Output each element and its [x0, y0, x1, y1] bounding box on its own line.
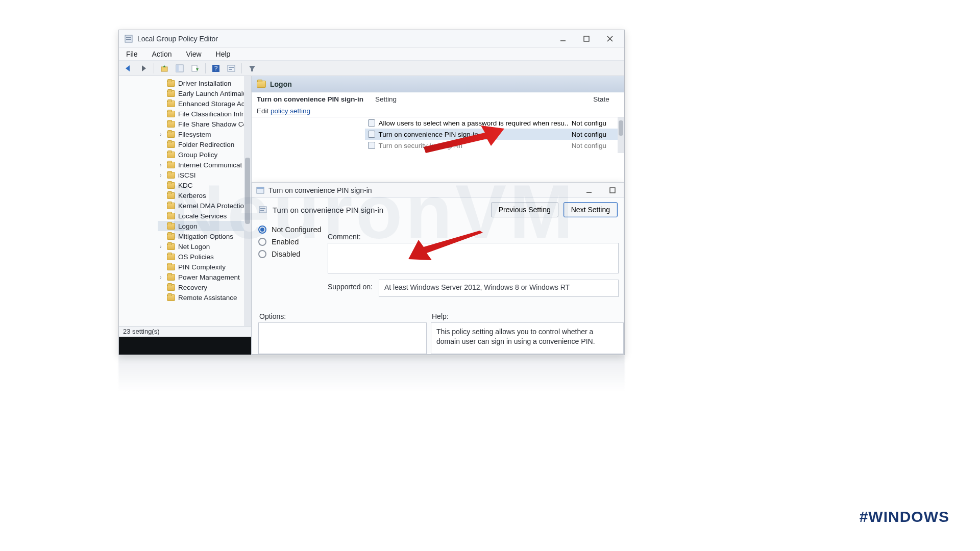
tree-item[interactable]: KDC: [158, 180, 251, 190]
tree-expander-icon[interactable]: ›: [158, 132, 164, 137]
tree-expander-icon[interactable]: ›: [158, 244, 164, 249]
folder-icon: [167, 264, 175, 270]
tree-item[interactable]: Early Launch Antimalw: [158, 88, 251, 98]
column-setting-header[interactable]: Setting: [370, 92, 578, 117]
tree-item[interactable]: Recovery: [158, 282, 251, 292]
show-hide-tree-icon[interactable]: [174, 62, 186, 74]
previous-setting-button[interactable]: Previous Setting: [491, 202, 558, 217]
maximize-button[interactable]: [579, 34, 594, 44]
toolbar-separator-3: [241, 63, 242, 73]
tree-item[interactable]: Enhanced Storage Ac: [158, 98, 251, 109]
gpedit-icon: [124, 34, 133, 43]
properties-icon[interactable]: [225, 62, 237, 74]
help-panel: This policy setting allows you to contro…: [431, 322, 624, 354]
settings-list[interactable]: Allow users to select when a password is…: [365, 117, 617, 153]
svg-rect-24: [610, 188, 615, 193]
tree-item[interactable]: ›Power Management: [158, 272, 251, 282]
nav-forward-icon[interactable]: [137, 62, 150, 74]
nav-back-icon[interactable]: [122, 62, 134, 74]
edit-prefix: Edit: [257, 107, 271, 115]
tree-item[interactable]: ›iSCSI: [158, 170, 251, 180]
menu-help[interactable]: Help: [214, 49, 233, 59]
tree-item-label: Logon: [178, 222, 198, 230]
menu-file[interactable]: File: [124, 49, 140, 59]
folder-icon: [167, 121, 175, 128]
tree-item[interactable]: Logon: [158, 221, 251, 231]
tree-item[interactable]: Locale Services: [158, 211, 251, 221]
tree-item[interactable]: ›Filesystem: [158, 129, 251, 139]
help-icon[interactable]: ?: [210, 62, 222, 74]
tree-item-label: Kernel DMA Protectio: [178, 202, 244, 210]
menu-action[interactable]: Action: [150, 49, 174, 59]
dialog-minimize-button[interactable]: [582, 185, 596, 195]
folder-icon: [167, 141, 175, 148]
tree-item[interactable]: Remote Assistance: [158, 292, 251, 303]
tree-item-label: Kerberos: [178, 192, 206, 199]
dialog-nav-buttons: Previous Setting Next Setting: [491, 202, 618, 217]
gp-editor-window: Local Group Policy Editor File Action Vi…: [118, 30, 625, 355]
export-list-icon[interactable]: [189, 62, 201, 74]
tree-item[interactable]: OS Policies: [158, 252, 251, 262]
tree-item-label: Power Management: [178, 273, 240, 281]
filter-icon[interactable]: [246, 62, 258, 74]
task-panel: Turn on convenience PIN sign-in Edit pol…: [252, 92, 370, 117]
task-title: Turn on convenience PIN sign-in: [257, 95, 365, 103]
tree-item[interactable]: Folder Redirection: [158, 139, 251, 149]
window-controls: [556, 34, 621, 44]
tree-item[interactable]: Group Policy: [158, 149, 251, 160]
tree-expander-icon[interactable]: ›: [158, 172, 164, 178]
tree-item[interactable]: File Classification Infr: [158, 109, 251, 119]
up-folder-icon[interactable]: [158, 62, 170, 74]
toolbar: ?: [119, 61, 624, 76]
column-state-header[interactable]: State: [578, 92, 624, 117]
tree-item[interactable]: Mitigation Options: [158, 231, 251, 241]
tree-item[interactable]: ›Net Logon: [158, 241, 251, 252]
folder-icon: [167, 254, 175, 260]
comment-textarea[interactable]: [328, 243, 619, 273]
radio-label: Enabled: [272, 238, 299, 246]
columns-header: Turn on convenience PIN sign-in Edit pol…: [252, 92, 624, 117]
minimize-button[interactable]: [556, 34, 570, 44]
status-text: 23 setting(s): [119, 327, 252, 337]
help-label: Help:: [431, 310, 624, 322]
menu-view[interactable]: View: [184, 49, 203, 59]
tree-item[interactable]: ›Internet Communicat: [158, 160, 251, 170]
tree-expander-icon[interactable]: ›: [158, 274, 164, 280]
tree-item[interactable]: Kerberos: [158, 190, 251, 201]
folder-icon: [167, 80, 175, 87]
close-button[interactable]: [603, 34, 617, 44]
dialog-maximize-button[interactable]: [605, 185, 620, 195]
tree-item[interactable]: PIN Complexity: [158, 262, 251, 272]
task-panel-spacer: [252, 117, 365, 153]
nav-tree[interactable]: Driver InstallationEarly Launch Antimalw…: [119, 76, 252, 355]
tree-item-label: Internet Communicat: [178, 161, 242, 169]
setting-icon: [368, 142, 375, 149]
folder-icon: [167, 101, 175, 107]
content-pane: Logon Turn on convenience PIN sign-in Ed…: [252, 76, 624, 355]
svg-marker-20: [249, 66, 255, 71]
tree-item-label: Net Logon: [178, 243, 210, 251]
setting-state: Not configu: [572, 131, 618, 138]
next-setting-button[interactable]: Next Setting: [564, 202, 618, 217]
folder-icon: [167, 152, 175, 158]
tree-item-label: Filesystem: [178, 131, 211, 138]
policy-setting-link[interactable]: policy setting: [271, 107, 310, 115]
setting-label: Allow users to select when a password is…: [378, 119, 568, 127]
nav-vertical-scrollbar[interactable]: [244, 76, 251, 355]
settings-vertical-scrollbar[interactable]: [618, 117, 624, 153]
svg-marker-7: [126, 65, 130, 71]
svg-marker-8: [142, 65, 146, 71]
setting-row[interactable]: Allow users to select when a password is…: [365, 117, 617, 129]
folder-icon: [167, 243, 175, 250]
menubar: File Action View Help: [119, 47, 624, 61]
setting-row[interactable]: Turn on convenience PIN sign-inNot confi…: [365, 129, 617, 140]
folder-icon: [167, 172, 175, 179]
tree-expander-icon[interactable]: ›: [158, 162, 164, 168]
tree-item-label: Enhanced Storage Ac: [178, 100, 245, 108]
tree-item[interactable]: Kernel DMA Protectio: [158, 201, 251, 211]
svg-rect-26: [260, 208, 265, 209]
tree-item[interactable]: Driver Installation: [158, 78, 251, 88]
tree-item[interactable]: File Share Shadow Co: [158, 119, 251, 129]
help-paragraph: This policy setting allows you to contro…: [436, 327, 618, 346]
setting-row[interactable]: Turn on security key sign-inNot configu: [365, 140, 617, 151]
